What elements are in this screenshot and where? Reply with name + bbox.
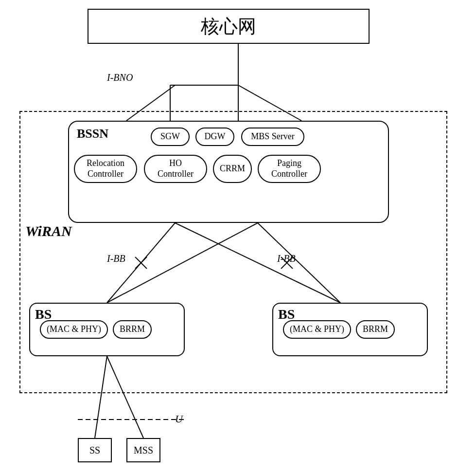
u-interface-label: U <box>175 413 183 425</box>
sgw-component: SGW <box>151 128 190 146</box>
i-bb-left-label: I-BB <box>107 253 125 264</box>
ss-box: SS <box>78 438 112 462</box>
dgw-component: DGW <box>195 128 234 146</box>
paging-controller-label: PagingController <box>271 158 307 179</box>
i-bb-right-label: I-BB <box>277 253 296 264</box>
wiran-label: WiRAN <box>25 223 72 239</box>
core-network-box: 核心网 <box>88 9 370 44</box>
i-bno-label: I-BNO <box>107 72 133 83</box>
paging-controller-component: PagingController <box>258 155 321 183</box>
crrm-component: CRRM <box>213 155 252 183</box>
bs-right-brrm: BRRM <box>356 320 395 339</box>
mbs-server-component: MBS Server <box>241 128 304 146</box>
relocation-controller-component: RelocationController <box>74 155 137 183</box>
core-network-label: 核心网 <box>201 14 256 39</box>
bs-left-mac-phy: (MAC & PHY) <box>40 320 108 339</box>
ho-controller-component: HOController <box>144 155 207 183</box>
ho-controller-label: HOController <box>158 158 194 179</box>
relocation-controller-label: RelocationController <box>87 158 124 179</box>
bs-left-brrm: BRRM <box>113 320 152 339</box>
mss-box: MSS <box>126 438 160 462</box>
bssn-label: BSSN <box>77 127 108 141</box>
bs-right-mac-phy: (MAC & PHY) <box>283 320 351 339</box>
diagram-container: 核心网 WiRAN BSSN SGW DGW MBS Server Reloca… <box>0 0 476 475</box>
